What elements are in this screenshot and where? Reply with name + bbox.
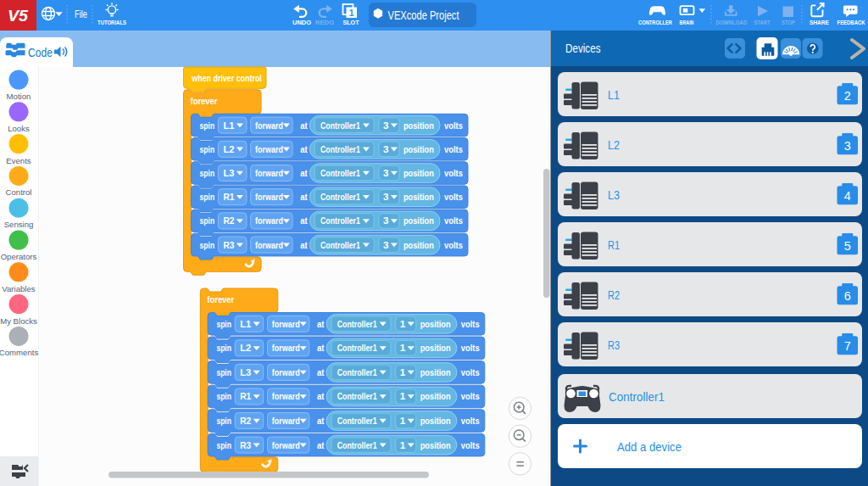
svg-text:1: 1 [400, 343, 406, 353]
svg-text:forward: forward [272, 343, 300, 353]
svg-text:1: 1 [400, 416, 406, 426]
svg-text:1: 1 [349, 8, 354, 18]
svg-text:Controller1: Controller1 [320, 215, 360, 226]
svg-text:DOWNLOAD: DOWNLOAD [716, 19, 748, 26]
svg-text:volts: volts [444, 192, 463, 202]
svg-text:3: 3 [383, 192, 389, 202]
svg-text:forward: forward [255, 215, 283, 226]
svg-text:spin: spin [216, 391, 231, 401]
svg-text:L3: L3 [223, 168, 234, 178]
svg-text:when driver control: when driver control [192, 73, 262, 83]
svg-text:spin: spin [216, 343, 231, 353]
svg-text:position: position [420, 391, 451, 401]
svg-text:R1: R1 [240, 391, 252, 401]
svg-text:at: at [300, 215, 308, 226]
svg-text:position: position [420, 416, 451, 426]
svg-text:1: 1 [400, 319, 406, 329]
svg-text:1: 1 [400, 391, 406, 401]
svg-text:R3: R3 [240, 440, 251, 450]
svg-text:L3: L3 [240, 367, 251, 377]
svg-text:Controller1: Controller1 [337, 440, 377, 450]
svg-text:3: 3 [383, 144, 389, 154]
svg-text:VEXcode Project: VEXcode Project [388, 8, 459, 22]
svg-text:forward: forward [272, 416, 300, 426]
svg-text:3: 3 [383, 120, 389, 131]
svg-text:forward: forward [272, 319, 300, 329]
svg-text:spin: spin [216, 440, 231, 450]
svg-text:4: 4 [844, 189, 851, 203]
svg-text:spin: spin [200, 144, 215, 154]
svg-text:volts: volts [461, 440, 480, 450]
svg-text:L2: L2 [240, 343, 251, 353]
svg-text:forward: forward [255, 168, 283, 178]
svg-text:forward: forward [272, 367, 300, 377]
svg-text:volts: volts [444, 240, 463, 250]
svg-text:position: position [403, 192, 434, 202]
svg-text:forever: forever [207, 294, 234, 304]
svg-text:at: at [300, 168, 308, 178]
svg-text:forward: forward [255, 144, 283, 154]
svg-text:R3: R3 [608, 338, 620, 352]
svg-text:position: position [403, 168, 434, 178]
svg-text:Controller1: Controller1 [320, 192, 360, 202]
svg-text:CONTROLLER: CONTROLLER [638, 19, 672, 26]
svg-text:spin: spin [200, 168, 215, 178]
svg-text:Controller1: Controller1 [320, 240, 360, 250]
svg-text:L2: L2 [223, 144, 234, 154]
svg-text:volts: volts [461, 391, 480, 401]
svg-text:at: at [317, 343, 325, 353]
svg-text:position: position [420, 367, 451, 377]
svg-text:position: position [403, 240, 434, 250]
svg-text:spin: spin [200, 120, 215, 131]
svg-text:UNDO: UNDO [292, 19, 311, 26]
svg-text:R1: R1 [608, 238, 620, 252]
svg-text:3: 3 [383, 215, 389, 226]
svg-text:volts: volts [444, 120, 463, 131]
svg-text:forward: forward [272, 391, 300, 401]
svg-text:SLOT: SLOT [343, 19, 359, 26]
svg-text:Controller1: Controller1 [337, 343, 377, 353]
svg-text:L1: L1 [240, 319, 252, 329]
svg-text:position: position [420, 440, 451, 450]
svg-text:at: at [317, 391, 325, 401]
svg-text:SHARE: SHARE [810, 19, 829, 26]
svg-text:forever: forever [191, 96, 218, 106]
svg-text:at: at [317, 367, 325, 377]
svg-text:Controller1: Controller1 [337, 319, 377, 329]
svg-text:volts: volts [461, 416, 480, 426]
svg-text:at: at [300, 120, 308, 131]
svg-text:forward: forward [272, 440, 300, 450]
svg-text:5: 5 [844, 239, 851, 253]
svg-text:volts: volts [444, 144, 463, 154]
svg-text:Controller1: Controller1 [320, 120, 360, 131]
svg-text:3: 3 [383, 240, 389, 250]
svg-text:L1: L1 [608, 88, 620, 102]
svg-text:3: 3 [844, 139, 851, 153]
svg-text:Add a device: Add a device [617, 440, 682, 454]
svg-text:position: position [420, 319, 451, 329]
svg-text:forward: forward [255, 192, 283, 202]
svg-text:spin: spin [200, 192, 215, 202]
svg-text:volts: volts [444, 168, 463, 178]
svg-text:FEEDBACK: FEEDBACK [837, 19, 865, 26]
svg-text:7: 7 [844, 339, 851, 353]
svg-text:R2: R2 [240, 416, 251, 426]
svg-text:spin: spin [216, 319, 231, 329]
svg-text:Controller1: Controller1 [609, 390, 665, 404]
svg-text:Controller1: Controller1 [337, 416, 377, 426]
svg-text:R2: R2 [223, 215, 234, 226]
svg-text:3: 3 [383, 168, 389, 178]
svg-text:position: position [420, 343, 451, 353]
svg-text:at: at [300, 192, 308, 202]
svg-text:L2: L2 [608, 138, 620, 152]
svg-text:L1: L1 [223, 120, 235, 131]
svg-text:1: 1 [400, 367, 406, 377]
svg-text:spin: spin [200, 215, 215, 226]
svg-text:forward: forward [255, 120, 283, 131]
svg-text:2: 2 [844, 89, 851, 103]
svg-text:R2: R2 [608, 288, 620, 302]
svg-text:at: at [317, 319, 325, 329]
svg-text:Controller1: Controller1 [337, 367, 377, 377]
svg-text:volts: volts [461, 343, 480, 353]
svg-text:spin: spin [200, 240, 215, 250]
